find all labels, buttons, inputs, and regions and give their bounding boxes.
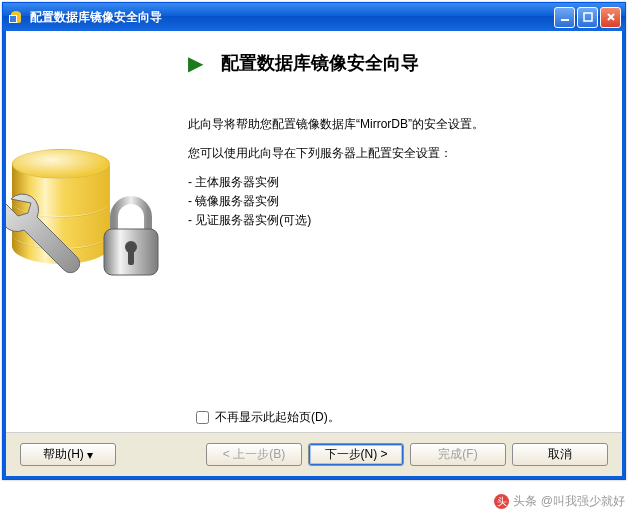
list-item: 主体服务器实例	[188, 173, 598, 192]
finish-button[interactable]: 完成(F)	[410, 443, 506, 466]
wrench-icon	[6, 181, 106, 301]
dropdown-icon: ▾	[87, 448, 93, 462]
titlebar[interactable]: 配置数据库镜像安全向导	[3, 3, 625, 31]
window-title: 配置数据库镜像安全向导	[30, 9, 554, 26]
app-icon	[9, 9, 25, 25]
button-bar: 帮助(H) ▾ < 上一步(B) 下一步(N) > 完成(F) 取消	[6, 432, 622, 476]
intro-text: 此向导将帮助您配置镜像数据库“MirrorDB”的安全设置。	[188, 115, 598, 134]
dont-show-again-label: 不再显示此起始页(D)。	[215, 409, 340, 426]
subintro-text: 您可以使用此向导在下列服务器上配置安全设置：	[188, 144, 598, 163]
client-area: ▶ 配置数据库镜像安全向导 此向导将帮助您配置镜像数据库“MirrorDB”的安…	[3, 31, 625, 479]
svg-rect-4	[128, 249, 134, 265]
padlock-icon	[96, 191, 166, 281]
help-button[interactable]: 帮助(H) ▾	[20, 443, 116, 466]
next-button[interactable]: 下一步(N) >	[308, 443, 404, 466]
dont-show-again-checkbox[interactable]	[196, 411, 209, 424]
watermark: 头 头条 @叫我强少就好	[494, 493, 625, 510]
cancel-button[interactable]: 取消	[512, 443, 608, 466]
svg-rect-0	[561, 19, 569, 21]
maximize-button[interactable]	[577, 7, 598, 28]
page-title: 配置数据库镜像安全向导	[221, 51, 419, 75]
heading-arrow-icon: ▶	[188, 51, 203, 75]
back-button[interactable]: < 上一步(B)	[206, 443, 302, 466]
wizard-body: ▶ 配置数据库镜像安全向导 此向导将帮助您配置镜像数据库“MirrorDB”的安…	[176, 31, 622, 432]
wizard-graphic	[6, 31, 176, 432]
watermark-text: 头条 @叫我强少就好	[513, 493, 625, 510]
list-item: 镜像服务器实例	[188, 192, 598, 211]
server-list: 主体服务器实例 镜像服务器实例 见证服务器实例(可选)	[188, 173, 598, 229]
watermark-icon: 头	[494, 494, 509, 509]
list-item: 见证服务器实例(可选)	[188, 211, 598, 230]
minimize-button[interactable]	[554, 7, 575, 28]
dont-show-again-row[interactable]: 不再显示此起始页(D)。	[196, 409, 340, 426]
svg-rect-1	[584, 13, 592, 21]
dialog-window: 配置数据库镜像安全向导	[2, 2, 626, 480]
close-button[interactable]	[600, 7, 621, 28]
